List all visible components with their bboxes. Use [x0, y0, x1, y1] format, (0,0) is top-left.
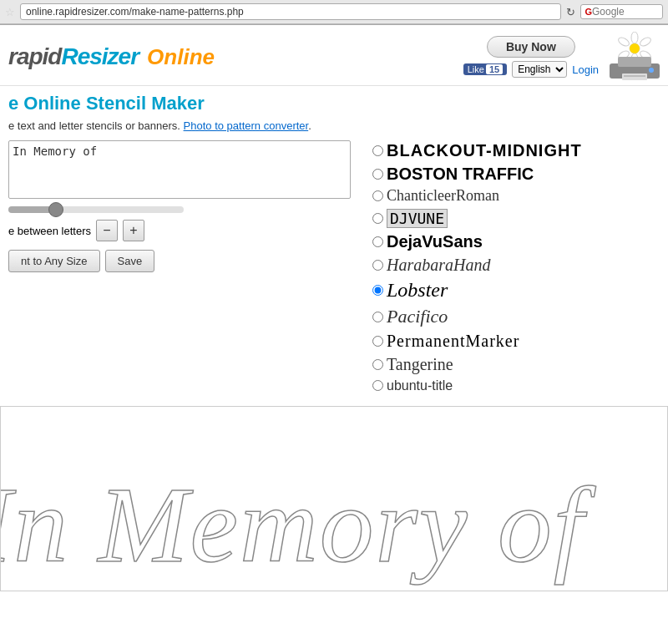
photo-converter-link[interactable]: Photo to pattern converter	[184, 119, 309, 132]
svg-rect-9	[618, 57, 651, 67]
list-item[interactable]: Pacifico	[372, 306, 660, 327]
font-radio-ubuntu-title[interactable]	[372, 380, 383, 391]
logo-online: Online	[147, 44, 215, 70]
google-logo: G	[584, 7, 592, 17]
refresh-icon[interactable]: ↻	[566, 6, 575, 18]
logo-area: rapidResizer Online	[8, 43, 215, 70]
svg-point-1	[631, 32, 638, 43]
save-button[interactable]: Save	[105, 250, 155, 272]
font-label-pacifico: Pacifico	[387, 306, 448, 327]
page-content: rapidResizer Online Buy Now Like 15 Engl…	[0, 25, 668, 591]
action-row: nt to Any Size Save	[8, 250, 359, 272]
list-item[interactable]: DJVUNE	[372, 209, 660, 229]
preview-svg: .preview-lobster { font-family: Georgia,…	[1, 407, 667, 591]
search-box[interactable]: G	[580, 4, 663, 19]
font-radio-permanent-marker[interactable]	[372, 336, 383, 347]
font-radio-pacifico[interactable]	[372, 312, 383, 322]
font-label-ubuntu-title: ubuntu-title	[387, 378, 453, 393]
page-subtitle: e text and letter stencils or banners. P…	[0, 118, 668, 140]
font-label-harabara-hand: HarabaraHand	[387, 255, 490, 275]
spacing-label: e between letters	[8, 225, 91, 237]
font-label-lobster: Lobster	[387, 278, 448, 302]
font-radio-dejavu-sans[interactable]	[372, 236, 383, 247]
svg-point-6	[639, 36, 652, 48]
font-radio-chanticleer-roman[interactable]	[372, 190, 383, 201]
font-label-blackout-midnight: BLACKOUT-MIDNIGHT	[387, 140, 582, 160]
list-item[interactable]: ChanticleerRoman	[372, 187, 660, 205]
font-label-chanticleer-roman: ChanticleerRoman	[387, 187, 499, 205]
list-item[interactable]: BOSTON TRAFFIC	[372, 164, 660, 184]
header: rapidResizer Online Buy Now Like 15 Engl…	[0, 25, 668, 86]
logo-resizer: Resizer	[61, 43, 139, 70]
spacing-row: e between letters − +	[8, 220, 359, 241]
list-item[interactable]: PermanentMarker	[372, 331, 660, 351]
font-radio-tangerine[interactable]	[372, 359, 383, 370]
font-radio-blackout-midnight[interactable]	[372, 145, 383, 156]
size-slider-row	[8, 206, 359, 213]
list-item[interactable]: DejaVuSans	[372, 231, 660, 251]
search-input[interactable]	[592, 6, 659, 18]
address-input[interactable]	[20, 3, 561, 20]
font-label-permanent-marker: PermanentMarker	[387, 331, 519, 351]
svg-point-3	[617, 36, 630, 48]
browser-chrome: ☆ ↻ G	[0, 0, 668, 25]
svg-point-12	[649, 68, 654, 73]
list-item[interactable]: HarabaraHand	[372, 255, 660, 275]
list-item[interactable]: BLACKOUT-MIDNIGHT	[372, 140, 660, 160]
buy-now-button[interactable]: Buy Now	[487, 36, 575, 58]
spacing-plus-button[interactable]: +	[123, 220, 144, 241]
star-icon[interactable]: ☆	[5, 6, 15, 18]
font-label-tangerine: Tangerine	[387, 354, 453, 374]
preview-text: In Memory of	[1, 464, 596, 584]
printer-icon	[605, 32, 660, 82]
header-actions: Like 15 English Login	[463, 61, 599, 78]
logo-rapid: rapid	[8, 43, 61, 70]
right-panel: BLACKOUT-MIDNIGHT BOSTON TRAFFIC Chantic…	[372, 140, 660, 398]
subtitle-end: .	[308, 119, 311, 132]
font-list: BLACKOUT-MIDNIGHT BOSTON TRAFFIC Chantic…	[372, 140, 660, 394]
font-label-djvu: DJVUNE	[387, 209, 448, 229]
font-radio-djvu[interactable]	[372, 213, 383, 224]
list-item[interactable]: Tangerine	[372, 354, 660, 374]
font-radio-boston-traffic[interactable]	[372, 169, 383, 180]
list-item[interactable]: ubuntu-title	[372, 378, 660, 393]
left-panel: In Memory of e between letters − + nt to…	[8, 140, 359, 398]
font-radio-lobster[interactable]	[372, 285, 383, 296]
list-item[interactable]: Lobster	[372, 278, 660, 302]
header-right: Buy Now Like 15 English Login	[463, 36, 599, 78]
fb-count: 15	[486, 64, 503, 74]
svg-rect-11	[624, 75, 645, 77]
subtitle-text: e text and letter stencils or banners.	[8, 119, 180, 132]
address-bar: ☆ ↻ G	[0, 0, 668, 24]
text-input[interactable]: In Memory of	[8, 140, 351, 199]
login-link[interactable]: Login	[572, 63, 599, 76]
font-label-boston-traffic: BOSTON TRAFFIC	[387, 164, 534, 184]
font-label-dejavu-sans: DejaVuSans	[387, 231, 483, 251]
page-title: e Online Stencil Maker	[0, 86, 668, 118]
font-radio-harabara-hand[interactable]	[372, 260, 383, 271]
preview-area: .preview-lobster { font-family: Georgia,…	[0, 406, 668, 591]
language-select[interactable]: English	[512, 61, 567, 78]
svg-point-7	[630, 43, 640, 53]
main-area: In Memory of e between letters − + nt to…	[0, 140, 668, 406]
size-slider[interactable]	[8, 206, 184, 213]
fb-like-button[interactable]: Like 15	[463, 63, 507, 75]
print-button[interactable]: nt to Any Size	[8, 250, 100, 272]
fb-like-label: Like	[468, 64, 484, 74]
spacing-minus-button[interactable]: −	[96, 220, 118, 241]
